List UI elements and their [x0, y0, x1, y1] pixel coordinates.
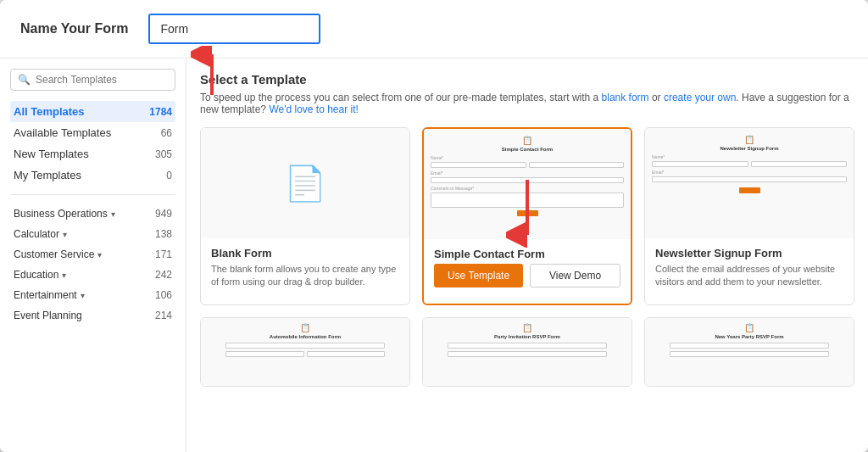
search-input[interactable]	[36, 74, 168, 86]
category-business-label: Business Operations	[14, 208, 108, 220]
filter-all-label: All Templates	[14, 105, 85, 118]
filter-my-count: 0	[166, 170, 172, 181]
love-hear-link[interactable]: We'd love to hear it!	[269, 103, 358, 115]
template-newsletter-preview: 📋 Newsletter Signup Form Name* Email*	[645, 128, 854, 238]
mini-form-icon: 📋	[431, 136, 624, 145]
filter-all-templates[interactable]: All Templates 1784	[10, 101, 175, 122]
filter-available-label: Available Templates	[14, 126, 111, 139]
category-calculator[interactable]: Calculator ▾ 138	[10, 224, 175, 244]
search-icon: 🔍	[18, 74, 31, 86]
select-template-title: Select a Template	[200, 72, 854, 86]
category-education-label: Education	[14, 269, 58, 281]
create-own-link[interactable]: create your own	[664, 92, 736, 103]
red-arrow-up	[191, 46, 233, 97]
red-arrow-down	[506, 180, 548, 248]
category-entertainment[interactable]: Entertainment ▾ 106	[10, 285, 175, 305]
category-entertainment-count: 106	[155, 289, 172, 301]
filter-available-count: 66	[161, 127, 172, 139]
template-card-auto[interactable]: 📋 Automobile Information Form	[200, 317, 410, 387]
select-template-desc: To speed up the process you can select f…	[200, 92, 854, 115]
mini-newsletter-icon: 📋	[652, 135, 847, 144]
blank-form-icon: 📄	[284, 164, 326, 204]
template-blank-preview: 📄	[201, 128, 409, 238]
category-event-count: 214	[155, 310, 172, 321]
template-blank-desc: The blank form allows you to create any …	[211, 263, 399, 289]
template-contact-info: Simple Contact Form Use Template View De…	[424, 239, 631, 296]
template-newsletter-name: Newsletter Signup Form	[655, 247, 843, 259]
filter-available-templates[interactable]: Available Templates 66	[10, 122, 175, 143]
filter-all-count: 1784	[149, 106, 172, 118]
category-customer-count: 171	[155, 248, 172, 260]
content-area: 🔍 All Templates 1784 Available Templates…	[0, 59, 868, 452]
filter-my-label: My Templates	[14, 169, 81, 181]
template-card-simple-contact[interactable]: ♡ 📋 Simple Contact Form Name* Email*	[422, 127, 632, 305]
templates-grid: 📄 Blank Form The blank form allows you t…	[200, 127, 854, 305]
use-template-button[interactable]: Use Template	[434, 264, 523, 287]
mini-party-title: Party Invitation RSVP Form	[428, 334, 626, 339]
chevron-down-icon: ▾	[63, 230, 67, 239]
mini-newsletter-form: 📋 Newsletter Signup Form Name* Email*	[645, 128, 854, 238]
category-event-planning[interactable]: Event Planning 214	[10, 305, 175, 326]
template-blank-info: Blank Form The blank form allows you to …	[201, 238, 409, 304]
chevron-down-icon: ▾	[97, 250, 102, 259]
view-demo-button[interactable]: View Demo	[530, 264, 620, 287]
app-window: Name Your Form 🔍 All Templates	[0, 0, 868, 452]
chevron-down-icon: ▾	[81, 291, 85, 300]
template-auto-preview: 📋 Automobile Information Form	[201, 318, 409, 386]
category-education-count: 242	[155, 269, 172, 281]
mini-form-title: Simple Contact Form	[431, 147, 624, 152]
category-business-operations[interactable]: Business Operations ▾ 949	[10, 204, 175, 224]
main-area: Select a Template To speed up the proces…	[186, 59, 868, 452]
blank-form-link[interactable]: blank form	[602, 92, 649, 103]
template-card-party[interactable]: 📋 Party Invitation RSVP Form	[422, 317, 632, 387]
filter-new-label: New Templates	[14, 148, 89, 160]
filter-new-count: 305	[155, 148, 172, 160]
template-card-blank[interactable]: 📄 Blank Form The blank form allows you t…	[200, 127, 410, 305]
template-contact-name: Simple Contact Form	[434, 248, 620, 260]
filter-new-templates[interactable]: New Templates 305	[10, 143, 175, 165]
category-education[interactable]: Education ▾ 242	[10, 265, 175, 285]
template-newyear-preview: 📋 New Years Party RSVP Form	[645, 318, 854, 386]
mini-newyear-icon: 📋	[650, 323, 849, 332]
template-newsletter-info: Newsletter Signup Form Collect the email…	[645, 238, 854, 304]
search-box[interactable]: 🔍	[10, 69, 175, 91]
template-card-newyear[interactable]: 📋 New Years Party RSVP Form	[644, 317, 854, 387]
category-calculator-count: 138	[155, 228, 172, 240]
category-business-count: 949	[155, 208, 172, 220]
mini-party-icon: 📋	[428, 323, 626, 332]
mini-newsletter-title: Newsletter Signup Form	[652, 146, 847, 151]
mini-newyear-title: New Years Party RSVP Form	[650, 334, 849, 339]
template-party-preview: 📋 Party Invitation RSVP Form	[423, 318, 632, 386]
category-entertainment-label: Entertainment	[14, 289, 77, 301]
top-bar: Name Your Form	[0, 0, 868, 59]
template-newsletter-desc: Collect the email addresses of your webs…	[655, 263, 843, 289]
template-card-newsletter[interactable]: 📋 Newsletter Signup Form Name* Email*	[644, 127, 854, 305]
chevron-down-icon: ▾	[62, 271, 66, 280]
chevron-down-icon: ▾	[111, 209, 115, 219]
template-contact-actions: Use Template View Demo	[434, 264, 620, 287]
mini-auto-icon: 📋	[206, 323, 404, 332]
templates-grid-row2: 📋 Automobile Information Form 📋 Party In…	[200, 317, 854, 387]
template-blank-name: Blank Form	[211, 247, 399, 259]
mini-auto-title: Automobile Information Form	[206, 334, 404, 339]
category-customer-service[interactable]: Customer Service ▾ 171	[10, 244, 175, 265]
filter-my-templates[interactable]: My Templates 0	[10, 165, 175, 186]
category-event-label: Event Planning	[14, 310, 82, 321]
sidebar: 🔍 All Templates 1784 Available Templates…	[0, 59, 186, 452]
form-name-input[interactable]	[148, 14, 320, 44]
sidebar-divider	[10, 194, 175, 195]
category-calculator-label: Calculator	[14, 228, 59, 240]
category-customer-label: Customer Service	[14, 248, 94, 260]
form-name-label: Name Your Form	[20, 21, 128, 36]
